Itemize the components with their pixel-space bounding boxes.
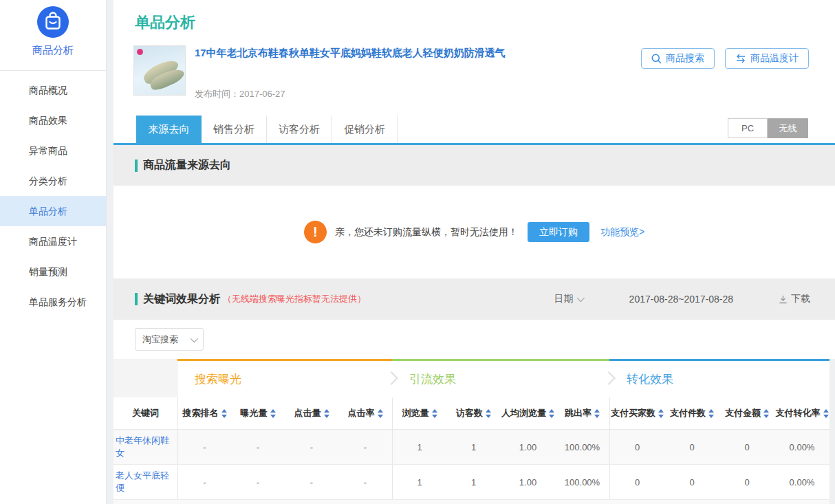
chevron-down-icon	[191, 334, 198, 342]
group-search-exposure: 搜索曝光	[177, 359, 392, 397]
cell-pageviews: 1	[392, 430, 446, 464]
sidebar-item-single-item-analysis[interactable]: 单品分析	[0, 196, 106, 226]
sort-icon[interactable]	[221, 409, 227, 418]
col-visitors[interactable]: 访客数	[446, 397, 501, 429]
cell-search-rank: -	[177, 465, 231, 499]
tab-source-destination[interactable]: 来源去向	[136, 116, 202, 143]
keyword-section-header: 关键词效果分析 （无线端搜索曝光指标暂无法提供） 日期 2017-08-28~2…	[113, 278, 835, 320]
col-conversion-rate[interactable]: 支付转化率	[774, 397, 829, 429]
page-header: 单品分析 17中年老北京布鞋春秋单鞋女平底妈妈鞋软底老人轻便奶奶防滑透气 发布时…	[113, 0, 835, 116]
col-avg-pageviews[interactable]: 人均浏览量	[501, 397, 555, 429]
table-row: 中老年休闲鞋女 - - - - 1 1 1.00 100.00% 0 0 0 0…	[113, 430, 829, 465]
col-search-rank[interactable]: 搜索排名	[177, 397, 231, 429]
feature-preview-link[interactable]: 功能预览>	[600, 226, 644, 239]
flow-section-title: 商品流量来源去向	[143, 158, 231, 173]
col-exposure[interactable]: 曝光量	[231, 397, 285, 429]
cell-exposure: -	[231, 465, 285, 499]
keyword-link[interactable]: 中老年休闲鞋女	[113, 430, 177, 464]
swap-arrows-icon	[735, 54, 746, 63]
sort-icon[interactable]	[486, 409, 491, 418]
section-accent-bar	[135, 160, 138, 172]
cell-search-rank: -	[177, 430, 231, 464]
sort-icon[interactable]	[594, 409, 600, 418]
cell-avg-pageviews: 1.00	[501, 465, 555, 499]
table-group-header: 搜索曝光 引流效果 转化效果	[113, 359, 829, 397]
tab-sales-analysis[interactable]: 销售分析	[202, 116, 267, 143]
warning-icon: !	[304, 221, 327, 243]
cell-exposure: -	[231, 430, 285, 464]
table-next-row-partial	[113, 500, 829, 504]
cell-ctr: -	[338, 465, 392, 499]
sort-icon[interactable]	[324, 409, 329, 418]
date-dropdown[interactable]: 日期	[554, 293, 583, 305]
col-bounce-rate[interactable]: 跳出率	[555, 397, 609, 429]
notice-text: 亲，您还未订购流量纵横，暂时无法使用！	[335, 226, 518, 239]
order-now-button[interactable]: 立即订购	[528, 222, 589, 242]
sort-icon[interactable]	[378, 409, 383, 418]
search-icon	[651, 54, 662, 64]
tab-promotion-analysis[interactable]: 促销分析	[332, 116, 398, 143]
sidebar-item-single-item-service[interactable]: 单品服务分析	[0, 287, 106, 317]
sidebar-title: 商品分析	[0, 44, 106, 57]
col-paying-buyers[interactable]: 支付买家数	[609, 397, 664, 429]
toggle-wireless[interactable]: 无线	[768, 118, 808, 138]
subscription-notice-area: ! 亲，您还未订购流量纵横，暂时无法使用！ 立即订购 功能预览>	[113, 186, 835, 278]
sidebar-item-product-overview[interactable]: 商品概况	[0, 75, 106, 105]
cell-visitors: 1	[446, 465, 501, 499]
keyword-link[interactable]: 老人女平底轻便	[113, 465, 177, 499]
date-range-value: 2017-08-28~2017-08-28	[629, 294, 733, 305]
section-accent-bar	[135, 293, 138, 305]
col-keyword: 关键词	[113, 397, 177, 429]
tab-visitor-analysis[interactable]: 访客分析	[267, 116, 332, 143]
table-column-header: 关键词 搜索排名 曝光量 点击量 点击率 浏览量 访客数 人均浏览量 跳出率 支…	[113, 397, 829, 430]
sort-icon[interactable]	[432, 409, 437, 418]
device-toggle: PC 无线	[728, 118, 808, 138]
group-traffic-effect: 引流效果	[392, 359, 609, 397]
col-paid-items[interactable]: 支付件数	[664, 397, 719, 429]
download-link[interactable]: 下载	[779, 293, 810, 305]
group-conversion-effect: 转化效果	[609, 359, 829, 397]
cell-pageviews: 1	[392, 465, 446, 499]
cell-paid-items: 0	[664, 430, 719, 464]
cell-paying-buyers: 0	[609, 465, 664, 499]
cell-visitors: 1	[446, 430, 501, 464]
cell-paid-items: 0	[664, 465, 719, 499]
cell-paid-amount: 0	[719, 430, 774, 464]
col-ctr[interactable]: 点击率	[338, 397, 392, 429]
keyword-section-note: （无线端搜索曝光指标暂无法提供）	[223, 293, 366, 305]
cell-ctr: -	[338, 430, 392, 464]
product-title-link[interactable]: 17中年老北京布鞋春秋单鞋女平底妈妈鞋软底老人轻便奶奶防滑透气	[195, 47, 506, 60]
cell-paid-amount: 0	[719, 465, 774, 499]
cell-conversion-rate: 0.00%	[774, 465, 829, 499]
col-paid-amount[interactable]: 支付金额	[719, 397, 774, 429]
sidebar-item-abnormal-products[interactable]: 异常商品	[0, 135, 106, 166]
traffic-source-select[interactable]: 淘宝搜索	[135, 328, 204, 351]
sidebar-item-product-thermometer[interactable]: 商品温度计	[0, 226, 106, 256]
cell-paying-buyers: 0	[609, 430, 664, 464]
sidebar-item-product-effect[interactable]: 商品效果	[0, 105, 106, 135]
keyword-filter-row: 淘宝搜索	[113, 320, 835, 359]
col-pageviews[interactable]: 浏览量	[392, 397, 446, 429]
cell-bounce-rate: 100.00%	[555, 430, 609, 464]
sidebar-item-sales-forecast[interactable]: 销量预测	[0, 256, 106, 287]
sidebar-item-category-analysis[interactable]: 分类分析	[0, 166, 106, 196]
table-row: 老人女平底轻便 - - - - 1 1 1.00 100.00% 0 0 0 0…	[113, 465, 829, 500]
sort-icon[interactable]	[658, 409, 664, 418]
sort-icon[interactable]	[763, 409, 769, 418]
download-icon	[779, 295, 788, 304]
sidebar-menu: 商品概况 商品效果 异常商品 分类分析 单品分析 商品温度计 销量预测 单品服务…	[0, 71, 106, 317]
product-thumbnail[interactable]	[133, 45, 186, 96]
main-content: 单品分析 17中年老北京布鞋春秋单鞋女平底妈妈鞋软底老人轻便奶奶防滑透气 发布时…	[113, 0, 835, 504]
page-title: 单品分析	[135, 12, 835, 33]
toggle-pc[interactable]: PC	[728, 118, 768, 138]
analysis-tabs: 来源去向 销售分析 访客分析 促销分析 PC 无线	[113, 116, 835, 145]
sort-icon[interactable]	[270, 409, 276, 418]
col-clicks[interactable]: 点击量	[285, 397, 338, 429]
keyword-section-title: 关键词效果分析	[143, 292, 220, 307]
product-thermometer-button[interactable]: 商品温度计	[725, 48, 809, 69]
sort-icon[interactable]	[823, 409, 829, 418]
sort-icon[interactable]	[549, 409, 554, 418]
chevron-down-icon	[576, 294, 584, 302]
product-search-button[interactable]: 商品搜索	[641, 48, 715, 69]
sort-icon[interactable]	[708, 409, 714, 418]
